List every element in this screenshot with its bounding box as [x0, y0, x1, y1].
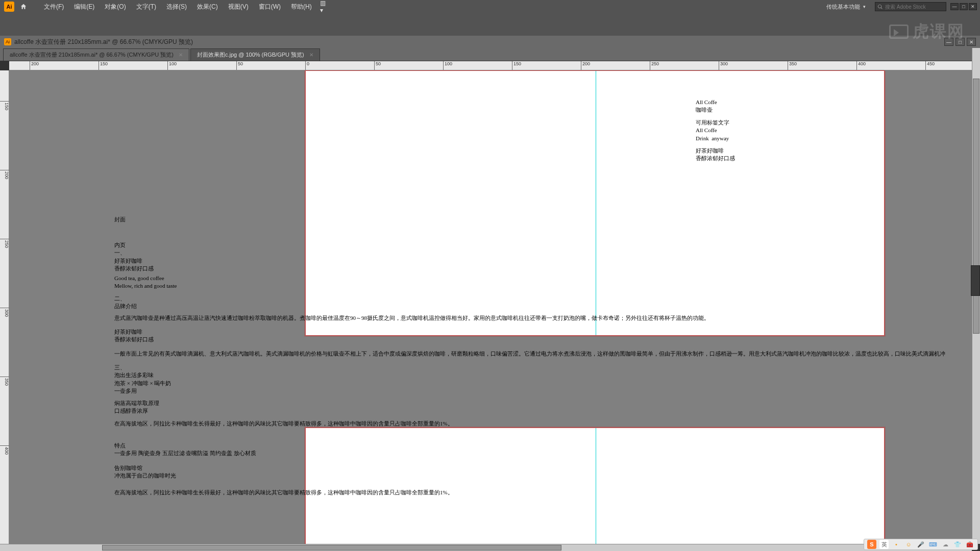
- ruler-tick: 100: [443, 61, 452, 70]
- window-close-icon[interactable]: ✕: [969, 3, 977, 10]
- ime-mic-icon[interactable]: 🎤: [916, 540, 925, 549]
- ruler-tick: 0: [305, 61, 309, 70]
- menu-file[interactable]: 文件(F): [39, 3, 69, 11]
- ruler-vertical[interactable]: 150200250300350400: [0, 70, 9, 544]
- ruler-tick: 150: [0, 101, 9, 110]
- canvas-text[interactable]: 意式蒸汽咖啡壶是种通过高压高温让蒸汽快速通过咖啡粉萃取咖啡的机器。煮咖啡的最佳温…: [114, 314, 972, 322]
- canvas-text[interactable]: 内页 一、 好茶好咖啡 香醇浓郁好口感: [114, 241, 154, 273]
- ruler-tick: 200: [30, 61, 39, 70]
- doc-tab-bar: allcoffe 水壶宣传册 210x185mm.ai* @ 66.67% (C…: [0, 48, 980, 61]
- ruler-tick: 150: [512, 61, 521, 70]
- tab-label: allcoffe 水壶宣传册 210x185mm.ai* @ 66.67% (C…: [10, 51, 174, 59]
- app-logo-icon: Ai: [4, 2, 14, 12]
- ruler-tick: 250: [650, 61, 659, 70]
- doc-close-icon[interactable]: ✕: [967, 38, 976, 46]
- panel-arrange-icon[interactable]: ▥ ▾: [320, 3, 330, 11]
- canvas-text[interactable]: 在高海拔地区，阿拉比卡种咖啡生长得最好，这种咖啡的风味比其它咖啡要精致得多，这种…: [114, 489, 972, 496]
- canvas-text[interactable]: Good tea, good coffee Mellow, rich and g…: [114, 274, 177, 290]
- panel-collapsed-tab[interactable]: [971, 265, 980, 296]
- ime-toolbox-icon[interactable]: 🧰: [965, 540, 974, 549]
- ruler-tick: 400: [0, 445, 9, 455]
- canvas-text[interactable]: 在高海拔地区，阿拉比卡种咖啡生长得最好，这种咖啡的风味比其它咖啡要精致得多，这种…: [114, 420, 972, 428]
- stock-search[interactable]: [875, 2, 946, 11]
- ruler-tick: 250: [0, 239, 9, 248]
- window-minimize-icon[interactable]: —: [950, 3, 959, 10]
- doc-minimize-icon[interactable]: —: [944, 38, 953, 46]
- tab-label: 封面效果图c.jpg @ 100% (RGB/GPU 预览): [197, 51, 304, 59]
- ruler-tick: 400: [856, 61, 866, 70]
- guide-vertical[interactable]: [596, 71, 596, 335]
- workspace-switcher[interactable]: 传统基本功能: [821, 2, 871, 12]
- close-icon[interactable]: ✕: [179, 52, 183, 58]
- window-maximize-icon[interactable]: □: [960, 3, 968, 10]
- canvas-text[interactable]: 焖蒸高端萃取原理 口感醇香浓厚: [114, 399, 159, 415]
- ime-bar: S 英 • ☺ 🎤 ⌨ ☁ 👕 🧰: [864, 539, 978, 550]
- ruler-tick: 100: [167, 61, 177, 70]
- doc-title: allcoffe 水壶宣传册 210x185mm.ai* @ 66.67% (C…: [14, 38, 193, 46]
- canvas-text[interactable]: 告别咖啡馆 冲泡属于自己的咖啡时光: [114, 464, 176, 480]
- ruler-tick: 350: [0, 377, 9, 386]
- guide-vertical[interactable]: [596, 428, 596, 544]
- search-icon: [877, 4, 883, 10]
- canvas[interactable]: All Coffe 咖啡壶可用标签文字 All Coffe Drink anyw…: [9, 70, 972, 544]
- ime-emoji-icon[interactable]: ☺: [904, 540, 913, 549]
- menu-type[interactable]: 文字(T): [131, 3, 161, 11]
- menu-help[interactable]: 帮助(H): [286, 3, 317, 11]
- menu-group: 文件(F) 编辑(E) 对象(O) 文字(T) 选择(S) 效果(C) 视图(V…: [39, 3, 330, 11]
- ime-skin-icon[interactable]: ☁: [941, 540, 950, 549]
- scrollbar-horizontal[interactable]: [0, 544, 972, 551]
- ruler-tick: 350: [788, 61, 797, 70]
- ime-keyboard-icon[interactable]: ⌨: [928, 540, 938, 549]
- canvas-text[interactable]: 可用标签文字 All Coffe Drink anyway: [696, 119, 729, 142]
- canvas-text[interactable]: 好茶好咖啡 香醇浓郁好口感: [696, 147, 735, 163]
- canvas-text[interactable]: 一般市面上常见的有美式咖啡滴漏机、意大利式蒸汽咖啡机。美式滴漏咖啡机的价格与虹吸…: [114, 350, 972, 358]
- ruler-tick: 300: [719, 61, 728, 70]
- doc-tab[interactable]: allcoffe 水壶宣传册 210x185mm.ai* @ 66.67% (C…: [3, 48, 189, 61]
- doc-tab[interactable]: 封面效果图c.jpg @ 100% (RGB/GPU 预览) ✕: [190, 48, 320, 61]
- canvas-text[interactable]: 二、 品牌介绍: [114, 295, 137, 311]
- ruler-tick: 300: [0, 308, 9, 317]
- ime-punct-icon[interactable]: •: [892, 540, 901, 549]
- scroll-thumb[interactable]: [102, 545, 561, 550]
- ruler-tick: 200: [581, 61, 590, 70]
- ruler-tick: 50: [236, 61, 243, 70]
- home-icon[interactable]: [18, 2, 29, 12]
- canvas-text[interactable]: 封面: [114, 216, 126, 223]
- menu-effect[interactable]: 效果(C): [192, 3, 223, 11]
- canvas-text[interactable]: All Coffe 咖啡壶: [696, 98, 717, 114]
- menu-view[interactable]: 视图(V): [223, 3, 254, 11]
- menu-window[interactable]: 窗口(W): [254, 3, 286, 11]
- menu-select[interactable]: 选择(S): [161, 3, 192, 11]
- close-icon[interactable]: ✕: [309, 52, 313, 58]
- stock-search-input[interactable]: [885, 4, 941, 10]
- scrollbar-vertical[interactable]: [972, 48, 980, 544]
- menu-edit[interactable]: 编辑(E): [69, 3, 100, 11]
- app-menubar: Ai 文件(F) 编辑(E) 对象(O) 文字(T) 选择(S) 效果(C) 视…: [0, 0, 980, 13]
- canvas-text[interactable]: 三、 泡出生活多彩味 泡茶 × 冲咖啡 × 喝牛奶 一壶多用: [114, 364, 171, 395]
- doc-restore-icon[interactable]: □: [955, 38, 965, 46]
- ime-sogou-icon[interactable]: S: [867, 540, 876, 549]
- ime-lang-icon[interactable]: 英: [879, 540, 889, 549]
- menu-object[interactable]: 对象(O): [100, 3, 131, 11]
- canvas-text[interactable]: 特点 一壶多用 陶瓷壶身 五层过滤 壶嘴防溢 简约壶盖 放心材质: [114, 442, 256, 458]
- ruler-tick: 150: [99, 61, 108, 70]
- control-bar: [0, 13, 980, 36]
- ime-cloth-icon[interactable]: 👕: [953, 540, 962, 549]
- artboard[interactable]: [305, 70, 885, 336]
- doc-type-icon: Ai: [4, 38, 11, 45]
- artboard[interactable]: [305, 428, 885, 544]
- ruler-horizontal[interactable]: 20015010050050100150200250300350400450: [9, 61, 980, 70]
- ruler-tick: 200: [0, 170, 9, 179]
- doc-titlebar: Ai allcoffe 水壶宣传册 210x185mm.ai* @ 66.67%…: [0, 36, 980, 48]
- ruler-tick: 450: [925, 61, 935, 70]
- canvas-text[interactable]: 好茶好咖啡 香醇浓郁好口感: [114, 328, 154, 344]
- ruler-tick: 50: [374, 61, 381, 70]
